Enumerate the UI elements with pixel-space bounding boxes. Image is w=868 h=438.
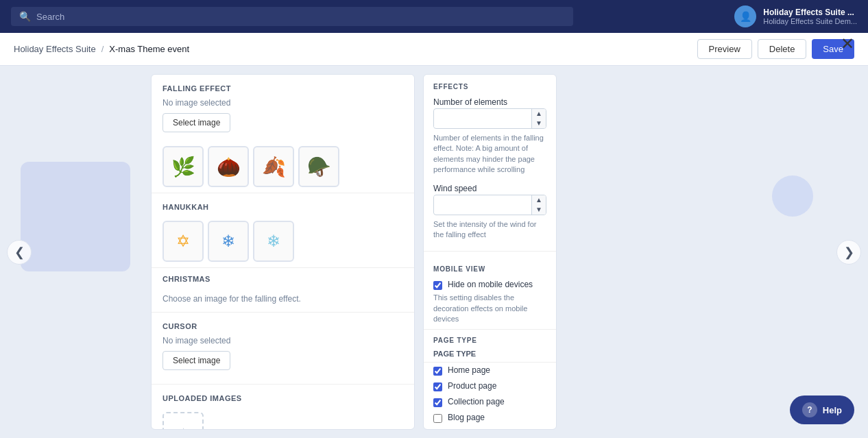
blog-page-checkbox[interactable] bbox=[433, 414, 442, 423]
uploaded-images-title: UPLOADED IMAGES bbox=[152, 385, 414, 406]
cursor-title: CURSOR bbox=[152, 313, 414, 334]
hanukkah-label: HANUKKAH bbox=[152, 193, 414, 215]
falling-effect-no-image: No image selected bbox=[152, 97, 414, 113]
blog-page-row: Blog page bbox=[424, 410, 556, 426]
hide-mobile-label[interactable]: Hide on mobile devices bbox=[448, 280, 533, 289]
cursor-select-button[interactable]: Select image bbox=[162, 351, 230, 370]
user-info: Holiday Effects Suite ... Holiday Effect… bbox=[763, 8, 857, 25]
upload-icon: ✦ bbox=[178, 425, 189, 430]
wind-speed-input[interactable]: 2 bbox=[434, 196, 531, 213]
page-type-sub: PAGE TYPE bbox=[424, 348, 556, 363]
close-button[interactable]: ✕ bbox=[841, 34, 854, 53]
home-page-row: Home page bbox=[424, 363, 556, 378]
product-page-row: Product page bbox=[424, 378, 556, 394]
middle-card: FALLING EFFECT No image selected Select … bbox=[151, 74, 415, 430]
falling-thumb-4[interactable]: 🪖 bbox=[298, 146, 339, 187]
breadcrumb-parent[interactable]: Holiday Effects Suite bbox=[14, 44, 96, 54]
uploaded-images-section: UPLOADED IMAGES ✦ bbox=[152, 384, 414, 430]
wind-speed-down[interactable]: ▼ bbox=[532, 205, 546, 215]
blog-page-label[interactable]: Blog page bbox=[448, 413, 485, 422]
cart-page-label[interactable]: Cart page bbox=[448, 428, 484, 430]
wind-speed-spinner: ▲ ▼ bbox=[531, 195, 546, 215]
num-elements-helper: Number of elements in the falling effect… bbox=[424, 133, 556, 181]
falling-thumb-3[interactable]: 🍂 bbox=[253, 146, 294, 187]
bg-decoration-2 bbox=[772, 175, 813, 217]
num-elements-input[interactable]: 20 bbox=[434, 110, 531, 127]
search-input[interactable] bbox=[36, 12, 565, 22]
breadcrumb-bar: Holiday Effects Suite / X-mas Theme even… bbox=[0, 33, 868, 66]
main-layout: ❮ FALLING EFFECT No image selected Selec… bbox=[0, 66, 868, 438]
help-icon: ? bbox=[802, 402, 817, 417]
breadcrumb-current: X-mas Theme event bbox=[109, 44, 189, 54]
num-elements-label: Number of elements bbox=[424, 95, 556, 108]
wind-speed-input-wrap: 2 ▲ ▼ bbox=[433, 195, 546, 215]
falling-effect-select-button[interactable]: Select image bbox=[162, 113, 230, 132]
preview-button[interactable]: Preview bbox=[697, 39, 752, 59]
upload-image-button[interactable]: ✦ bbox=[162, 412, 204, 430]
user-sub: Holiday Effects Suite Dem... bbox=[763, 17, 857, 25]
user-area: 👤 Holiday Effects Suite ... Holiday Effe… bbox=[734, 5, 857, 27]
hanukkah-thumb-3[interactable]: ❄ bbox=[253, 221, 294, 262]
toolbar-buttons: Preview Delete Save bbox=[697, 39, 854, 59]
christmas-label: CHRISTMAS bbox=[152, 267, 414, 289]
collection-page-checkbox[interactable] bbox=[433, 398, 442, 407]
delete-button[interactable]: Delete bbox=[758, 39, 807, 59]
help-button[interactable]: ? Help bbox=[790, 396, 854, 424]
num-elements-up[interactable]: ▲ bbox=[532, 109, 546, 119]
num-elements-spinner: ▲ ▼ bbox=[531, 109, 546, 128]
num-elements-input-wrap: 20 ▲ ▼ bbox=[433, 108, 546, 129]
product-page-label[interactable]: Product page bbox=[448, 381, 496, 391]
collection-page-label[interactable]: Collection page bbox=[448, 397, 505, 406]
hide-mobile-helper: This setting disables the decoration eff… bbox=[424, 293, 556, 328]
avatar: 👤 bbox=[734, 5, 756, 27]
effects-title: EFFECTS bbox=[424, 75, 556, 95]
cursor-section: CURSOR No image selected Select image bbox=[152, 312, 414, 384]
wind-speed-helper: Set the intensity of the wind for the fa… bbox=[424, 219, 556, 246]
top-navigation: 🔍 👤 Holiday Effects Suite ... Holiday Ef… bbox=[0, 0, 868, 33]
panel-divider-1 bbox=[424, 251, 556, 252]
search-box[interactable]: 🔍 bbox=[11, 7, 573, 26]
product-page-checkbox[interactable] bbox=[433, 382, 442, 391]
collection-page-row: Collection page bbox=[424, 394, 556, 410]
right-panel: EFFECTS Number of elements 20 ▲ ▼ Number… bbox=[423, 74, 557, 430]
home-page-label[interactable]: Home page bbox=[448, 365, 490, 375]
falling-effect-title: FALLING EFFECT bbox=[152, 75, 414, 97]
hanukkah-grid: ✡ ❄ ❄ bbox=[152, 215, 414, 267]
choose-image-text: Choose an image for the falling effect. bbox=[152, 289, 414, 312]
hanukkah-thumb-1[interactable]: ✡ bbox=[162, 221, 204, 262]
mobile-view-title: MOBILE VIEW bbox=[424, 257, 556, 277]
falling-thumb-2[interactable]: 🌰 bbox=[208, 146, 249, 187]
help-label: Help bbox=[823, 405, 842, 415]
wind-speed-label: Wind speed bbox=[424, 181, 556, 195]
breadcrumb-separator: / bbox=[101, 44, 104, 54]
hide-mobile-row: Hide on mobile devices bbox=[424, 277, 556, 293]
nav-arrow-left[interactable]: ❮ bbox=[7, 240, 32, 265]
user-name: Holiday Effects Suite ... bbox=[763, 8, 857, 17]
cursor-no-image: No image selected bbox=[152, 334, 414, 351]
hide-mobile-checkbox[interactable] bbox=[433, 281, 442, 290]
hanukkah-thumb-2[interactable]: ❄ bbox=[208, 221, 249, 262]
falling-thumb-1[interactable]: 🌿 bbox=[162, 146, 204, 187]
wind-speed-up[interactable]: ▲ bbox=[532, 195, 546, 205]
bg-decoration-1 bbox=[21, 162, 130, 271]
num-elements-down[interactable]: ▼ bbox=[532, 119, 546, 128]
page-type-title: PAGE TYPE bbox=[424, 329, 556, 348]
falling-image-grid: 🌿 🌰 🍂 🪖 bbox=[152, 141, 414, 193]
content-panel: FALLING EFFECT No image selected Select … bbox=[151, 74, 576, 430]
search-icon: 🔍 bbox=[19, 11, 31, 22]
home-page-checkbox[interactable] bbox=[433, 367, 442, 376]
cart-page-row: Cart page bbox=[424, 426, 556, 430]
nav-arrow-right[interactable]: ❯ bbox=[836, 240, 861, 265]
